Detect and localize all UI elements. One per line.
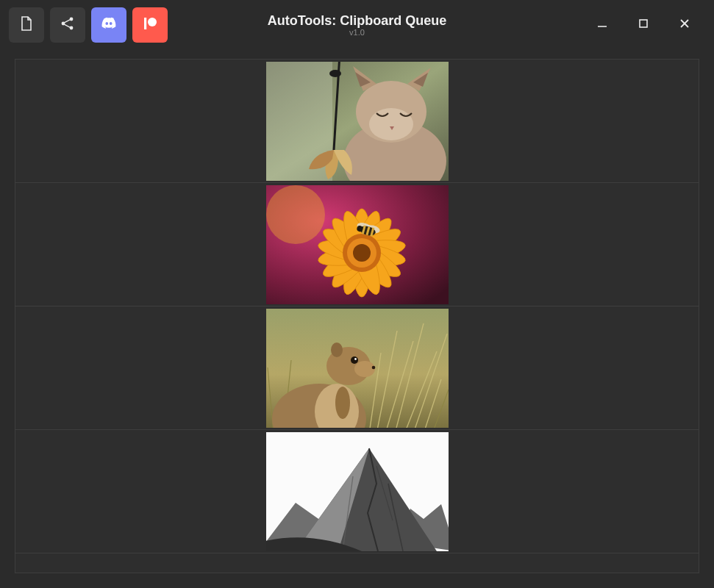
toolbar-right xyxy=(529,7,705,43)
maximize-icon xyxy=(638,18,649,32)
share-icon xyxy=(59,15,76,35)
close-icon xyxy=(679,18,690,32)
file-icon xyxy=(18,15,35,35)
minimize-button[interactable] xyxy=(582,7,623,43)
svg-rect-3 xyxy=(63,18,72,24)
close-button[interactable] xyxy=(664,7,705,43)
title-bar: AutoTools: Clipboard Queue v1.0 xyxy=(0,0,714,50)
minimize-icon xyxy=(596,18,608,32)
thumbnail-image xyxy=(266,62,449,181)
app-version: v1.0 xyxy=(349,28,365,37)
svg-point-41 xyxy=(353,244,371,262)
queue-item[interactable] xyxy=(15,306,699,430)
thumbnail-image xyxy=(266,309,449,428)
toolbar-left xyxy=(9,7,168,43)
app-title: AutoTools: Clipboard Queue xyxy=(268,13,447,29)
thumbnail-image xyxy=(266,432,449,551)
svg-point-6 xyxy=(148,18,157,26)
svg-point-68 xyxy=(335,387,350,419)
svg-rect-4 xyxy=(63,24,72,29)
svg-point-20 xyxy=(266,185,325,244)
queue-item[interactable] xyxy=(15,60,699,183)
svg-point-65 xyxy=(351,356,358,364)
app-window: AutoTools: Clipboard Queue v1.0 xyxy=(0,0,714,588)
discord-button[interactable] xyxy=(91,7,126,43)
svg-rect-9 xyxy=(640,20,647,27)
discord-icon xyxy=(100,15,118,35)
share-button[interactable] xyxy=(50,7,85,43)
maximize-button[interactable] xyxy=(623,7,664,43)
svg-point-18 xyxy=(329,70,341,77)
clipboard-queue-panel[interactable] xyxy=(15,59,699,573)
svg-point-16 xyxy=(369,108,413,140)
svg-point-66 xyxy=(354,358,357,360)
svg-point-63 xyxy=(354,361,375,377)
thumbnail-image xyxy=(266,185,449,304)
queue-item[interactable] xyxy=(15,430,699,553)
settings-button[interactable] xyxy=(529,7,564,43)
content-area xyxy=(0,50,714,588)
new-file-button[interactable] xyxy=(9,7,44,43)
svg-point-64 xyxy=(331,343,343,357)
queue-item[interactable] xyxy=(15,183,699,306)
patreon-icon xyxy=(141,15,159,35)
svg-point-67 xyxy=(371,365,375,369)
svg-rect-5 xyxy=(144,18,146,29)
patreon-button[interactable] xyxy=(132,7,168,43)
